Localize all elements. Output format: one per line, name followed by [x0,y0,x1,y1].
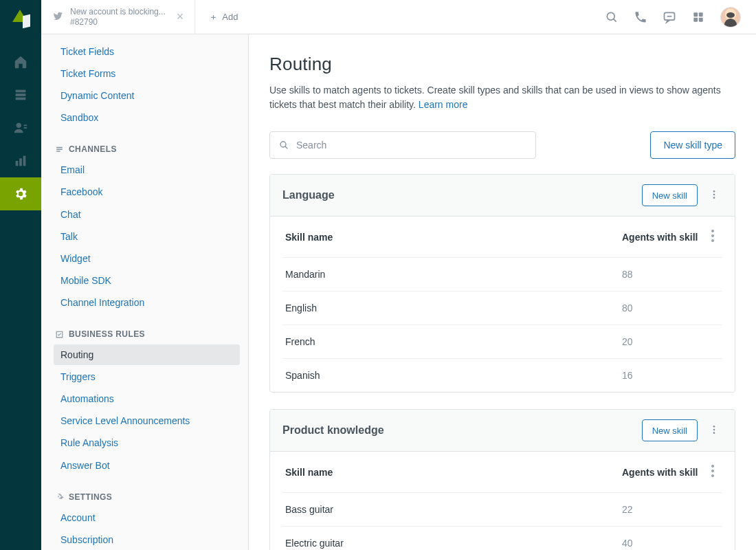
search-icon [605,10,619,24]
table-menu-button[interactable] [704,228,721,246]
skill-row[interactable]: French20 [282,325,722,359]
skill-name: Bass guitar [284,504,622,515]
sidebar-item-mobile-sdk[interactable]: Mobile SDK [41,270,248,291]
skill-type-card: Product knowledgeNew skillSkill nameAgen… [269,409,735,550]
sidebar-item-email[interactable]: Email [41,160,248,180]
table-menu-button[interactable] [704,463,721,481]
rail-customers[interactable] [0,111,41,144]
top-chat-button[interactable] [663,10,676,24]
svg-point-9 [607,12,614,20]
search-field[interactable] [269,131,536,159]
top-bar: New account is blocking... #82790 × ＋ Ad… [41,0,756,34]
skill-agent-count: 16 [622,370,704,381]
search-input[interactable] [296,140,527,151]
svg-point-28 [711,465,714,468]
skill-name: Spanish [284,370,622,381]
svg-point-25 [713,426,715,428]
rail-reporting[interactable] [0,144,41,177]
sidebar-item-triggers[interactable]: Triggers [41,366,248,387]
rail-admin[interactable] [0,177,41,210]
workspace-tab[interactable]: New account is blocking... #82790 × [41,0,195,34]
main-content: Routing Use skills to match agents to ti… [249,0,756,550]
svg-point-22 [711,230,714,232]
rail-views[interactable] [0,78,41,111]
learn-more-link[interactable]: Learn more [419,99,468,110]
svg-line-18 [285,146,287,148]
svg-rect-0 [16,90,26,93]
sidebar-item-service-level-announcements[interactable]: Service Level Announcements [41,410,248,431]
sidebar-item-rule-analysis[interactable]: Rule Analysis [41,432,248,453]
sidebar-item-dynamic-content[interactable]: Dynamic Content [41,85,248,106]
sidebar-item-ticket-fields[interactable]: Ticket Fields [41,41,248,62]
skill-name: French [284,336,622,347]
search-icon [278,140,289,151]
new-skill-type-button[interactable]: New skill type [650,131,735,159]
skill-name: English [284,302,622,314]
new-skill-button[interactable]: New skill [642,184,698,206]
svg-rect-14 [699,12,703,16]
sidebar-item-facebook[interactable]: Facebook [41,182,248,202]
tab-text: New account is blocking... #82790 [70,7,166,28]
sidebar-item-talk[interactable]: Talk [41,226,248,247]
top-search-button[interactable] [605,10,619,24]
nav-rail [0,0,41,550]
sidebar-item-routing[interactable]: Routing [54,344,240,365]
cog-icon [55,492,64,501]
sidebar-item-subscription[interactable]: Subscription [41,529,248,550]
sidebar-item-chat[interactable]: Chat [41,204,248,225]
phone-icon [634,10,647,24]
sidebar-item-automations[interactable]: Automations [41,388,248,409]
col-header-agents: Agents with skill [622,467,704,478]
sidebar-item-sandbox[interactable]: Sandbox [41,107,248,128]
skill-row[interactable]: Bass guitar22 [282,493,722,527]
new-skill-button[interactable]: New skill [642,419,698,441]
top-call-button[interactable] [634,10,647,24]
svg-rect-7 [19,158,22,166]
apps-grid-icon [691,10,705,24]
page-description: Use skills to match agents to tickets. C… [269,83,735,112]
skill-row[interactable]: English80 [282,292,722,325]
skill-row[interactable]: Spanish16 [282,359,722,392]
skill-agent-count: 40 [622,538,704,549]
skill-type-menu-button[interactable] [706,424,722,437]
add-label: Add [222,12,238,22]
gear-icon [13,186,28,201]
sidebar-item-account[interactable]: Account [41,507,248,528]
skill-type-menu-button[interactable] [706,189,722,202]
svg-line-10 [614,19,616,21]
col-header-name: Skill name [284,467,622,478]
svg-rect-13 [693,12,698,16]
skill-type-title: Product knowledge [282,424,384,437]
sidebar-item-answer-bot[interactable]: Answer Bot [41,455,248,476]
tab-close-button[interactable]: × [177,10,184,24]
col-header-name: Skill name [284,232,622,243]
top-apps-button[interactable] [691,10,705,24]
plus-icon: ＋ [209,11,218,23]
svg-rect-8 [23,156,26,166]
user-avatar[interactable] [720,7,741,28]
skill-name: Electric guitar [284,538,622,549]
list-icon [13,87,28,102]
svg-point-3 [16,123,21,128]
skill-row[interactable]: Mandarin88 [282,258,722,292]
svg-point-21 [713,197,715,199]
skill-type-card: LanguageNew skillSkill nameAgents with s… [269,174,735,393]
section-channels-header: CHANNELS [55,144,248,154]
svg-point-29 [711,470,714,472]
sidebar-item-ticket-forms[interactable]: Ticket Forms [41,63,248,84]
checklist-icon [55,330,64,339]
rail-home[interactable] [0,45,41,78]
skill-agent-count: 22 [622,504,704,515]
skill-row[interactable]: Electric guitar40 [282,527,722,550]
sidebar-item-channel-integration[interactable]: Channel Integration [41,292,248,313]
svg-point-27 [713,432,715,434]
add-tab-button[interactable]: ＋ Add [195,0,252,34]
users-icon [13,120,28,135]
svg-point-20 [713,193,715,195]
top-actions [605,0,756,34]
skill-name: Mandarin [284,269,622,280]
sidebar-item-widget[interactable]: Widget [41,248,248,269]
section-settings-header: SETTINGS [55,492,248,502]
svg-point-19 [713,190,715,192]
skill-agent-count: 20 [622,336,704,347]
